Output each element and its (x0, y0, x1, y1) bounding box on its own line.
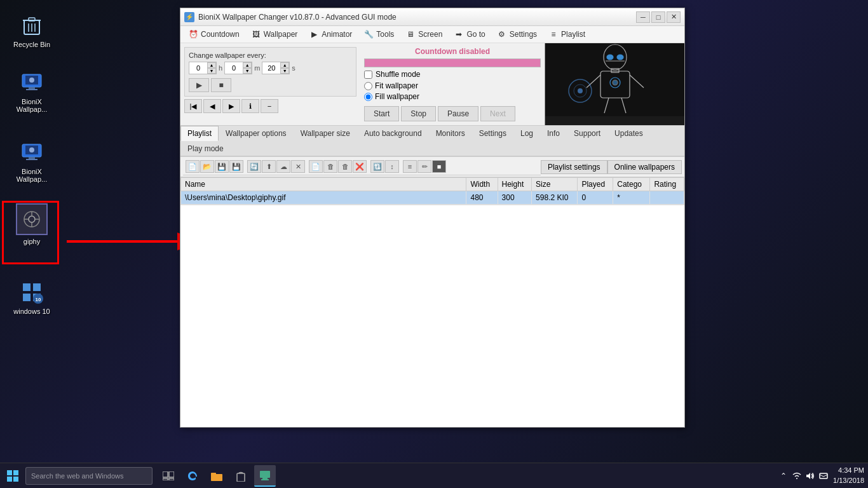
hours-up[interactable]: ▲ (207, 62, 216, 68)
search-placeholder: Search the web and Windows (31, 472, 124, 480)
tab-info[interactable]: Info (540, 126, 567, 141)
shuffle-checkbox[interactable] (364, 71, 372, 79)
minimize-button[interactable]: ─ (636, 11, 650, 23)
hours-down[interactable]: ▼ (207, 68, 216, 74)
tb-edit[interactable]: ✏ (417, 160, 431, 173)
seconds-down[interactable]: ▼ (280, 68, 289, 74)
minutes-input[interactable] (225, 62, 243, 74)
tab-updates[interactable]: Updates (607, 126, 650, 141)
close-button[interactable]: ✕ (667, 11, 681, 23)
menu-playlist[interactable]: ≡ Playlist (543, 27, 590, 41)
info-button[interactable]: ℹ (241, 99, 259, 113)
maximize-button[interactable]: □ (651, 11, 665, 23)
col-rating[interactable]: Rating (650, 178, 684, 191)
progress-bar (364, 58, 541, 67)
time-display[interactable]: 4:34 PM 1/13/2018 (833, 466, 864, 485)
prev-button[interactable]: ◀ (203, 99, 221, 113)
tab-auto-background[interactable]: Auto background (357, 126, 429, 141)
playlist-row-0[interactable]: \Users\mina\Desktop\giphy.gif 480 300 59… (181, 191, 684, 205)
col-height[interactable]: Height (498, 178, 532, 191)
stop-button[interactable]: Stop (401, 106, 436, 121)
tb-list[interactable]: ≡ (403, 160, 417, 173)
taskbar-edge[interactable] (182, 465, 203, 487)
menu-goto[interactable]: ➡ Go to (449, 27, 490, 41)
col-name[interactable]: Name (181, 178, 466, 191)
search-bar[interactable]: Search the web and Windows (25, 467, 153, 485)
tb-refresh2[interactable]: 🔃 (370, 160, 384, 173)
tb-saveas[interactable]: 💾 (229, 160, 243, 173)
desktop-icon-recycle[interactable]: Recycle Bin (6, 13, 57, 48)
tray-volume[interactable] (804, 470, 816, 482)
menu-screen[interactable]: 🖥 Screen (400, 27, 447, 41)
tab-settings[interactable]: Settings (472, 126, 513, 141)
tb-del[interactable]: ✕ (291, 160, 305, 173)
taskbar-task-view[interactable] (158, 465, 179, 487)
recycle-bin-label: Recycle Bin (13, 41, 50, 48)
tb-open[interactable]: 📂 (200, 160, 214, 173)
tab-support[interactable]: Support (567, 126, 607, 141)
first-button[interactable]: |◀ (184, 99, 202, 113)
taskbar-bionix[interactable] (254, 465, 276, 487)
col-size[interactable]: Size (532, 178, 578, 191)
desktop-icon-windows10[interactable]: 10 windows 10 (6, 280, 57, 315)
tb-remove2[interactable]: 🗑 (338, 160, 352, 173)
tab-wallpaper-options[interactable]: Wallpaper options (219, 126, 294, 141)
tray-network[interactable] (791, 470, 803, 482)
online-wallpapers-button[interactable]: Online wallpapers (607, 160, 682, 174)
tab-playlist[interactable]: Playlist (180, 126, 219, 141)
tab-play-mode[interactable]: Play mode (180, 141, 231, 156)
menu-wallpaper[interactable]: 🖼 Wallpaper (246, 27, 303, 41)
menu-settings[interactable]: ⚙ Settings (492, 27, 542, 41)
tb-remove[interactable]: 🗑 (323, 160, 337, 173)
start-button[interactable]: Start (364, 106, 399, 121)
tb-new2[interactable]: 📄 (309, 160, 323, 173)
menu-tools[interactable]: 🔧 Tools (358, 27, 399, 41)
menu-bar: ⏰ Countdown 🖼 Wallpaper ▶ Animator 🔧 Too… (180, 26, 684, 43)
hours-input[interactable] (189, 62, 207, 74)
menu-animator[interactable]: ▶ Animator (304, 27, 357, 41)
tray-message[interactable] (818, 470, 829, 482)
windows10-label: windows 10 (13, 308, 50, 315)
svg-rect-50 (163, 471, 168, 477)
seconds-up[interactable]: ▲ (280, 62, 289, 68)
stop-small-button[interactable]: ■ (211, 78, 231, 92)
desktop: Recycle Bin BioniXWallpap... BioniXWallp (0, 0, 868, 488)
fill-wallpaper-option[interactable]: Fill wallpaper (364, 92, 541, 101)
tab-wallpaper-size[interactable]: Wallpaper size (294, 126, 357, 141)
tb-refresh[interactable]: 🔄 (247, 160, 261, 173)
menu-countdown[interactable]: ⏰ Countdown (183, 27, 245, 41)
col-width[interactable]: Width (466, 178, 498, 191)
row0-rating (650, 191, 684, 205)
desktop-icon-bionix1[interactable]: BioniXWallpap... (6, 70, 57, 113)
row0-category: * (613, 191, 650, 205)
minutes-up[interactable]: ▲ (243, 62, 252, 68)
minus-button[interactable]: − (261, 99, 278, 113)
svg-rect-56 (237, 473, 245, 482)
row0-size: 598.2 KI0 (532, 191, 578, 205)
minutes-down[interactable]: ▼ (243, 68, 252, 74)
desktop-icon-giphy[interactable]: giphy (6, 203, 57, 245)
tab-monitors[interactable]: Monitors (429, 126, 472, 141)
seconds-input[interactable] (262, 62, 280, 74)
desktop-icon-bionix2[interactable]: BioniXWallpap... (6, 140, 57, 183)
tab-log[interactable]: Log (513, 126, 540, 141)
tb-new[interactable]: 📄 (186, 160, 200, 173)
tb-cloud[interactable]: ☁ (276, 160, 290, 173)
tb-transfer[interactable]: ↕ (385, 160, 399, 173)
taskbar-explorer[interactable] (206, 465, 227, 487)
tb-save[interactable]: 💾 (215, 160, 229, 173)
pause-button[interactable]: Pause (438, 106, 478, 121)
playlist-settings-button[interactable]: Playlist settings (541, 160, 607, 174)
play-button[interactable]: ▶ (189, 78, 209, 92)
tb-upload[interactable]: ⬆ (262, 160, 276, 173)
svg-point-15 (29, 147, 34, 152)
next-nav-button[interactable]: ▶ (222, 99, 240, 113)
fit-wallpaper-option[interactable]: Fit wallpaper (364, 81, 541, 90)
start-button[interactable] (0, 463, 25, 489)
col-played[interactable]: Played (578, 178, 613, 191)
col-category[interactable]: Catego (613, 178, 650, 191)
taskbar-store[interactable] (230, 465, 252, 487)
tb-dark[interactable]: ■ (432, 160, 446, 173)
tray-expand[interactable]: ⌃ (778, 470, 789, 482)
tb-remove3[interactable]: ❌ (353, 160, 367, 173)
